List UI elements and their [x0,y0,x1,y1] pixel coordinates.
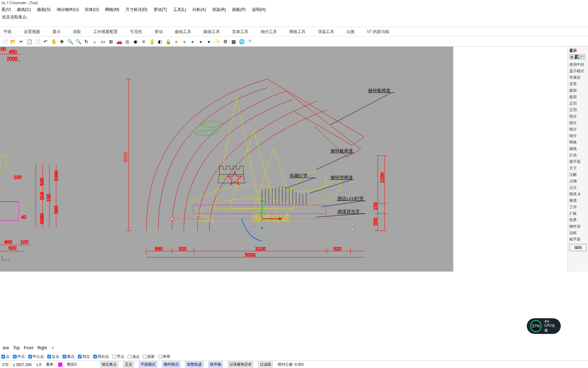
add-view-icon[interactable]: ✦ [51,346,54,352]
layer-swatch[interactable] [58,363,62,367]
top-viewport[interactable]: 00 450 2000 100 535 318 150 1090 500 40 … [0,47,453,272]
select-icon[interactable]: ▭ [99,38,106,45]
status-smarttrack[interactable]: 智慧轨迹 [185,361,203,368]
panel-item[interactable]: 物件设 [569,223,587,230]
menu-help[interactable]: 说明(H) [252,7,266,13]
panel-item[interactable]: 灯光 [569,152,587,158]
status-gumball[interactable]: 操作轴 [208,361,223,368]
panel-item[interactable]: 截平面 [569,236,587,243]
osnap-point[interactable]: 点 [1,354,10,359]
current-layer[interactable]: 图层5 [67,362,77,367]
osnap-perp[interactable]: 垂点 [63,354,75,359]
panel-item[interactable]: 点云 [569,184,587,191]
arrange-icon[interactable]: ▦ [230,38,237,45]
cplane-icon[interactable]: ◎ [124,38,131,45]
zoom-extents-icon[interactable]: 🔍 [75,38,82,45]
menu-curve[interactable]: 曲线(C) [17,7,31,13]
zoom-window-icon[interactable]: ⌕ [91,38,98,45]
panel-item[interactable]: 截平面 [569,158,587,165]
tab-viewport[interactable]: 工作视窗配置 [93,29,118,34]
move-icon[interactable]: ✥ [59,38,65,45]
menu-mesh[interactable]: 网格(M) [105,7,119,13]
panel-item[interactable]: 点物 [569,178,587,184]
help-icon[interactable]: ? [246,38,253,45]
panel-item[interactable]: 细分 [569,120,587,126]
light-icon[interactable]: 💡 [148,38,155,45]
panel-item[interactable]: 正切 [569,100,587,107]
status-filter[interactable]: 过滤器 [258,361,273,368]
status-planar[interactable]: 平面模式 [139,361,157,368]
panel-item[interactable]: 细分 [569,113,587,120]
panel-edit-button[interactable]: 编辑 [569,244,587,251]
panel-icon-color[interactable] [575,55,579,59]
tab-curve-tools[interactable]: 曲线工具 [175,29,191,34]
tab-solid-tools[interactable]: 实体工具 [232,29,248,34]
tab-new-v7[interactable]: V7 的新功能 [367,29,389,34]
status-ortho[interactable]: 正交 [123,361,134,368]
panel-item[interactable]: 格线 [569,197,587,204]
settings-icon[interactable]: ⚙ [222,38,229,45]
panel-icon-shield[interactable]: 🛡 [580,55,585,59]
osnap-mid[interactable]: 中点 [13,354,25,359]
menu-render[interactable]: 渲染(R) [212,7,226,13]
osnap-tan[interactable]: 切点 [78,354,90,359]
menu-analyze[interactable]: 分析(A) [192,7,206,13]
panel-item[interactable]: 使用中的 [569,61,587,68]
tab-drafting[interactable]: 出图 [346,29,355,34]
undo-icon[interactable]: ↶ [42,38,49,45]
tab-setview[interactable]: 设置视图 [24,29,40,34]
panel-item[interactable]: 曲面 [569,94,587,100]
status-gridsnap[interactable]: 锁定格点 [100,361,118,368]
tab-cplane[interactable]: 平面 [3,29,12,34]
panel-item[interactable]: 细分 [569,133,587,139]
zoom-icon[interactable]: 🔍 [67,38,74,45]
osnap-project[interactable]: 投影 [143,354,155,359]
panel-item[interactable]: 世界 [569,217,587,223]
cut-icon[interactable]: ✂ [18,38,24,45]
panel-item[interactable]: 工作 [569,204,587,210]
menu-panel[interactable]: 面板(P) [232,7,246,13]
lock-icon[interactable]: 🔒 [165,38,172,45]
panel-icon-monitor[interactable]: 🖥 [569,55,574,59]
panel-item[interactable]: 格线 & [569,191,587,197]
tab-subd-tools[interactable]: 细分工具 [261,29,277,34]
panel-item[interactable]: 网格 [569,139,587,145]
globe-icon[interactable]: 🌐 [238,38,245,45]
new-icon[interactable]: 📄 [1,38,8,45]
panel-item[interactable]: 注解 [569,171,587,178]
menu-transform[interactable]: 变动(T) [153,7,167,13]
osnap-knot[interactable]: 节点 [112,354,124,359]
rotate-view-icon[interactable]: ↻ [83,38,90,45]
panel-item[interactable]: 边框 [569,230,587,236]
wand-icon[interactable]: ✨ [214,38,220,45]
osnap-center[interactable]: 中心点 [28,354,44,359]
osnap-disable[interactable]: 停用 [158,354,170,359]
menu-surface[interactable]: 曲面(S) [37,7,51,13]
open-icon[interactable]: 📂 [10,38,16,45]
setview-icon[interactable]: ◉ [132,38,139,45]
pan-icon[interactable]: ✋ [50,38,57,45]
material-icon[interactable]: ● [173,38,180,45]
tab-select[interactable]: 选取 [73,29,81,34]
tab-perspective[interactable]: tive [3,346,9,352]
tab-visibility[interactable]: 可见性 [130,29,142,34]
tab-render-tools[interactable]: 渲染工具 [318,29,334,34]
panel-item[interactable]: 细分 [569,126,587,133]
shade-icon[interactable]: ◐ [157,38,163,45]
panel-item[interactable]: 文字 [569,165,587,171]
osnap-vertex[interactable]: 顶点 [128,354,140,359]
tab-front[interactable]: Front [24,346,33,352]
layers-icon[interactable]: ≡ [140,38,147,45]
osnap-quad[interactable]: 四分点 [93,354,109,359]
panel-item[interactable]: 显示模式 [569,68,587,74]
sphere1-icon[interactable]: ● [181,38,188,45]
panel-item[interactable]: 曲面 [569,87,587,94]
panel-item[interactable]: Z 轴 [569,210,587,217]
tab-surface-tools[interactable]: 曲面工具 [203,29,220,34]
sphere4-icon[interactable]: ● [206,38,212,45]
menu-view[interactable]: 看(V) [1,7,11,13]
tab-transform[interactable]: 变动 [154,29,163,34]
menu-dimension[interactable]: 尺寸标注(D) [126,7,148,13]
panel-item[interactable]: 常规设 [569,74,587,81]
tab-display[interactable]: 显示 [52,29,61,34]
